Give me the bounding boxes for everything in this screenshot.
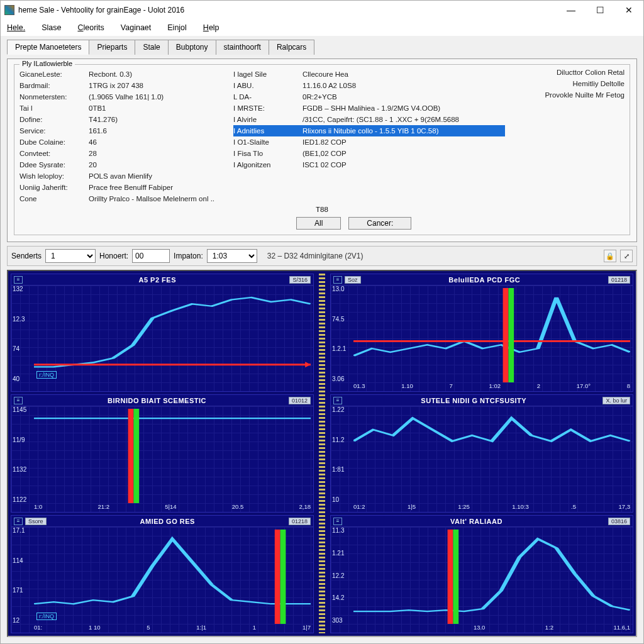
tab-ralpcars[interactable]: Ralpcars [269,40,314,55]
properties-panel: Ply ILatlowierble GicaneLeste:Recbont. 0… [7,58,637,242]
kv-key: I Fisa Tlo [233,150,303,157]
kv-key: Tai l [19,104,89,112]
kv-row: I AlgonitzenISC1 02 COP [233,159,505,170]
impaton-label: Impaton: [174,252,203,260]
maximize-button[interactable]: ☐ [586,1,614,19]
lock-icon[interactable]: 🔒 [604,250,616,262]
kv-row: Ddee Sysrate:20 [19,159,233,170]
kv-value: 161.6 [89,127,107,135]
right-link[interactable]: Provokle Nuilte Mr Fetog [505,91,625,103]
minimize-button[interactable]: — [557,1,586,19]
chart-a5-p2-fes: ≡A5 P2 FESS/31613212.37440r:/INQ [11,274,314,392]
chart-menu-icon[interactable]: ≡ [333,397,342,404]
chart-beluileda: ≡SozBelulIEDA PCD FGC0121813.074.51.2.13… [330,274,633,392]
charts-grid: ≡A5 P2 FESS/31613212.37440r:/INQ ≡SozBel… [7,270,637,637]
chart-menu-icon[interactable]: ≡ [14,276,23,284]
kv-key: Wish leloploy: [19,172,89,180]
chart-title: BelulIEDA PCD FGC [361,276,608,284]
kv-row: GicaneLeste:Recbont. 0.3) [19,69,233,80]
kv-key: GicaneLeste: [19,70,89,78]
menubar: Hele. Slase Cleorits Vaginaet Einjol Hel… [1,19,643,36]
titlebar: heme Sale - Vehtoolity for grainEage - U… [1,1,643,19]
chart-header: ≡A5 P2 FESS/316 [11,274,313,286]
chart-tag: r:/INQ [36,613,57,620]
menu-help[interactable]: Help [203,23,219,32]
y-axis: 13.074.51.2.13.06 [332,286,353,382]
kv-value: 0R:2+YCB [303,93,337,101]
kv-key: I Alvirle [233,116,303,123]
tab-stale[interactable]: Stale [135,40,168,55]
chart-body: 1.2211.21:811001:21|51:251.10:3.517,3 [331,406,633,512]
impaton-select[interactable]: 1:03 [207,249,257,263]
chart-svg [34,530,311,624]
honoert-input[interactable] [132,249,170,263]
menu-slase[interactable]: Slase [42,23,61,32]
chart-divider [319,274,325,633]
kv-key: Bardmail: [19,82,89,89]
chart-badge: S/316 [289,276,311,284]
kv-value: Orillty Pralco - Mallsoe Melelnerm onl .… [89,195,214,203]
x-axis: 01:1 1051:|111|7 [34,624,311,633]
chart-menu-icon[interactable]: ≡ [333,276,342,284]
kv-value: T41.276) [89,116,118,123]
kv-key: Dube Colaine: [19,138,89,146]
groupbox-ply: Ply ILatlowierble GicaneLeste:Recbont. 0… [14,64,630,235]
control-bar: Senderts 1 Honoert: Impaton: 1:03 32 – D… [7,246,637,266]
kv-value: POLS avan Mienlify [89,172,152,180]
kv-value: Recbont. 0.3) [89,70,132,78]
chart-menu-icon[interactable]: ≡ [333,518,342,525]
menu-cleorits[interactable]: Cleorits [77,23,104,32]
tab-stainthoorft[interactable]: stainthoorft [216,40,269,55]
right-link[interactable]: Dilucttor Colion Retal [505,69,625,80]
kv-key: I O1-Slailte [233,138,303,146]
mid-column: I lagel SileCllecoure HeaI ABU.11.16.0 A… [233,69,505,204]
tab-bubptony[interactable]: Bubptony [168,40,216,55]
kv-row: I ABU.11.16.0 A2 L0S8 [233,80,505,91]
kv-key: I ABU. [233,82,303,89]
chart-body: 13.074.51.2.13.0601.31.1071:02217.0°8 [331,286,633,391]
kv-key: I MRSTE: [233,104,303,112]
x-axis: 1:021:25|1420.52,18 [34,503,311,512]
chart-title: AMIED GO RES [47,518,289,525]
chart-head-badge[interactable]: Ssore [25,518,47,525]
x-axis: 01:21|51:251.10:3.517,3 [353,503,630,512]
kv-value: 0TB1 [89,104,106,112]
kv-key: Cone [19,195,89,203]
chart-svg [353,409,630,503]
kv-row: I Alvirle/31CC, Capeifrt: (SC1.88 - 1 .X… [233,114,505,125]
menu-hele[interactable]: Hele. [7,23,25,32]
kv-row: Bardmail:1TRG ix 207 438 [19,80,233,91]
right-link[interactable]: Hemitliy Deltolle [505,80,625,91]
kv-key: Service: [19,127,89,135]
x-axis: 01.31.1071:02217.0°8 [353,382,630,391]
expand-icon[interactable]: ⤢ [620,250,633,262]
chart-title: BIRNIDO BIAIT SCEMESTIC [25,397,289,404]
kv-row: I O1-SlailteIED1.82 COP [233,136,505,148]
chart-birnido: ≡BIRNIDO BIAIT SCEMESTIC01012114511/9113… [11,394,314,513]
chart-menu-icon[interactable]: ≡ [14,518,23,525]
chart-body: 114511/9113211221:021:25|1420.52,18 [11,406,313,512]
kv-row: Convteet:28 [19,148,233,159]
kv-value: 1TRG ix 207 438 [89,82,143,89]
button-row: All Cancer: [19,217,625,230]
kv-row[interactable]: I AdnitliesRlixons ii Nitubie collo - 1.… [233,125,505,136]
left-column: GicaneLeste:Recbont. 0.3)Bardmail:1TRG i… [19,69,233,204]
tab-prieparts[interactable]: Prieparts [89,40,135,55]
y-axis: 114511/911321122 [13,406,34,503]
menu-einjol[interactable]: Einjol [167,23,187,32]
kv-value: 28 [89,150,97,157]
chart-menu-icon[interactable]: ≡ [14,397,23,404]
close-button[interactable]: ✕ [614,1,643,19]
kv-row: Tai l0TB1 [19,103,233,114]
kv-value: ISC1 02 COP [303,161,347,169]
tab-prepte-manoeteters[interactable]: Prepte Manoeteters [7,40,89,55]
all-button[interactable]: All [296,217,341,230]
kv-row: Uoniig Jaherift:Prace free Benulff Fabip… [19,182,233,193]
cancel-button[interactable]: Cancer: [348,217,411,230]
menu-vaginaet[interactable]: Vaginaet [121,23,151,32]
chart-header: ≡SUTELE NIDII G NTCFSUSITYX. bo lur [331,395,633,406]
chart-svg [34,288,311,382]
kv-row: Dube Colaine:46 [19,136,233,148]
senders-select[interactable]: 1 [45,249,96,263]
chart-head-badge[interactable]: Soz [345,276,361,284]
